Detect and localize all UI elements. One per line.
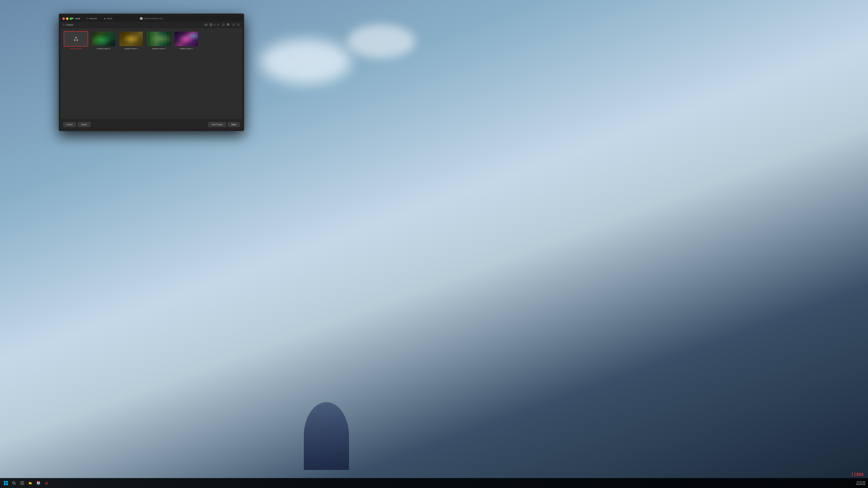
cloud-icon: ☁ bbox=[103, 17, 105, 20]
list-view-icon[interactable] bbox=[231, 23, 235, 27]
svg-rect-6 bbox=[210, 25, 211, 26]
taskbar-clock: 12:01 AM 8/14/2024 bbox=[856, 481, 865, 485]
svg-point-1 bbox=[141, 19, 141, 20]
thumbnail-image-5 bbox=[147, 32, 170, 46]
project-name-current: Untitled Project bbox=[70, 48, 82, 50]
bottom-bar: Export Import New Project Open bbox=[61, 119, 242, 129]
app-logo bbox=[140, 17, 143, 20]
svg-rect-12 bbox=[228, 25, 229, 26]
thumbnail-image-2 bbox=[119, 32, 143, 46]
thumbnail-image-3 bbox=[92, 32, 115, 46]
sidebar-toggle-icon[interactable]: ☰ bbox=[63, 24, 65, 26]
project-thumbnail-3[interactable] bbox=[91, 31, 116, 46]
tab-network[interactable]: ⬡ Network bbox=[83, 15, 100, 22]
content-area: ☰ Projects bbox=[61, 22, 242, 129]
new-folder-icon[interactable] bbox=[204, 23, 208, 27]
close-button[interactable] bbox=[62, 18, 65, 20]
svg-point-26 bbox=[47, 483, 48, 484]
svg-point-13 bbox=[237, 24, 239, 26]
app-title-text: DaVinci Resolve 18.6 bbox=[144, 18, 163, 20]
app-title: DaVinci Resolve 18.6 bbox=[140, 17, 163, 20]
local-icon: 🖥 bbox=[72, 17, 74, 20]
project-name-2: Untitled Project 2 bbox=[124, 48, 138, 50]
file-explorer-button[interactable] bbox=[27, 480, 33, 486]
tab-local-label: Local bbox=[75, 17, 80, 20]
chrome-button[interactable] bbox=[35, 480, 41, 486]
thumbnail-image-1 bbox=[175, 32, 198, 46]
svg-rect-4 bbox=[210, 24, 211, 25]
svg-rect-11 bbox=[227, 25, 228, 26]
project-item[interactable]: Untitled Project bbox=[64, 31, 88, 50]
project-thumbnail-current[interactable] bbox=[64, 31, 88, 46]
project-thumbnail-5[interactable] bbox=[147, 31, 171, 46]
import-button[interactable]: Import bbox=[78, 122, 90, 127]
grid-small-icon[interactable] bbox=[209, 23, 213, 27]
monitor-frame: 🖥 Local ⬡ Network ☁ Cloud bbox=[59, 13, 244, 131]
svg-point-25 bbox=[45, 483, 46, 484]
search-taskbar-button[interactable] bbox=[11, 480, 17, 486]
project-item[interactable]: Untitled Project 1 bbox=[174, 31, 198, 50]
taskbar: 12:01 AM 8/14/2024 bbox=[0, 478, 868, 488]
svg-point-14 bbox=[75, 37, 77, 38]
svg-rect-18 bbox=[21, 482, 22, 483]
project-thumbnail-1[interactable] bbox=[174, 31, 198, 46]
project-thumbnail-2[interactable] bbox=[119, 31, 143, 46]
svg-point-0 bbox=[141, 18, 142, 19]
blank-thumbnail bbox=[64, 32, 88, 46]
projects-grid: Untitled Project Untitled Project 3 Unti… bbox=[61, 28, 242, 119]
windows-logo bbox=[4, 481, 8, 485]
svg-rect-19 bbox=[22, 482, 24, 483]
network-icon: ⬡ bbox=[86, 17, 88, 20]
start-button[interactable] bbox=[3, 480, 9, 486]
project-name-1: Untitled Project 1 bbox=[180, 48, 193, 50]
tab-network-label: Network bbox=[89, 17, 97, 20]
svg-point-24 bbox=[46, 482, 47, 483]
clock-date: 8/14/2024 bbox=[856, 483, 865, 485]
title-bar: 🖥 Local ⬡ Network ☁ Cloud bbox=[61, 15, 242, 22]
svg-rect-21 bbox=[22, 484, 24, 485]
bottom-right-actions: New Project Open bbox=[208, 122, 240, 127]
projects-header: ☰ Projects bbox=[61, 22, 242, 28]
search-icon[interactable] bbox=[237, 23, 240, 27]
export-button[interactable]: Export bbox=[63, 122, 76, 127]
open-button[interactable]: Open bbox=[228, 122, 240, 127]
svg-rect-10 bbox=[228, 24, 229, 24]
svg-rect-20 bbox=[21, 484, 22, 485]
minimize-button[interactable] bbox=[66, 18, 68, 20]
svg-rect-7 bbox=[211, 25, 212, 26]
projects-label: Projects bbox=[66, 24, 73, 26]
sort-icon[interactable] bbox=[217, 23, 220, 27]
project-item[interactable]: Untitled Project 3 bbox=[91, 31, 116, 50]
tab-cloud[interactable]: ☁ Cloud bbox=[100, 15, 116, 22]
header-icons bbox=[204, 23, 240, 27]
dot-separator bbox=[214, 24, 215, 25]
svg-point-16 bbox=[76, 39, 78, 41]
location-tabs: 🖥 Local ⬡ Network ☁ Cloud bbox=[68, 15, 115, 22]
bottom-left-actions: Export Import bbox=[63, 122, 90, 127]
project-item[interactable]: Untitled Project 5 bbox=[147, 31, 171, 50]
tab-cloud-label: Cloud bbox=[107, 17, 112, 20]
svg-point-15 bbox=[74, 39, 75, 41]
clock-time: 12:01 AM bbox=[857, 481, 865, 483]
davinci-taskbar-button[interactable] bbox=[43, 480, 50, 486]
project-item[interactable]: Untitled Project 2 bbox=[119, 31, 143, 50]
tab-local[interactable]: 🖥 Local bbox=[68, 15, 83, 22]
svg-point-2 bbox=[141, 19, 142, 20]
new-project-button[interactable]: New Project bbox=[208, 122, 226, 127]
svg-rect-9 bbox=[227, 24, 228, 24]
project-name-5: Untitled Project 5 bbox=[152, 48, 166, 50]
project-name-3: Untitled Project 3 bbox=[97, 48, 111, 50]
svg-point-23 bbox=[38, 482, 39, 484]
svg-rect-5 bbox=[211, 24, 212, 25]
info-icon[interactable] bbox=[221, 23, 225, 27]
grid-large-icon[interactable] bbox=[226, 23, 230, 27]
task-view-button[interactable] bbox=[19, 480, 25, 486]
xda-watermark: []XDA bbox=[851, 472, 864, 477]
davinci-resolve-window: 🖥 Local ⬡ Network ☁ Cloud bbox=[61, 15, 242, 129]
